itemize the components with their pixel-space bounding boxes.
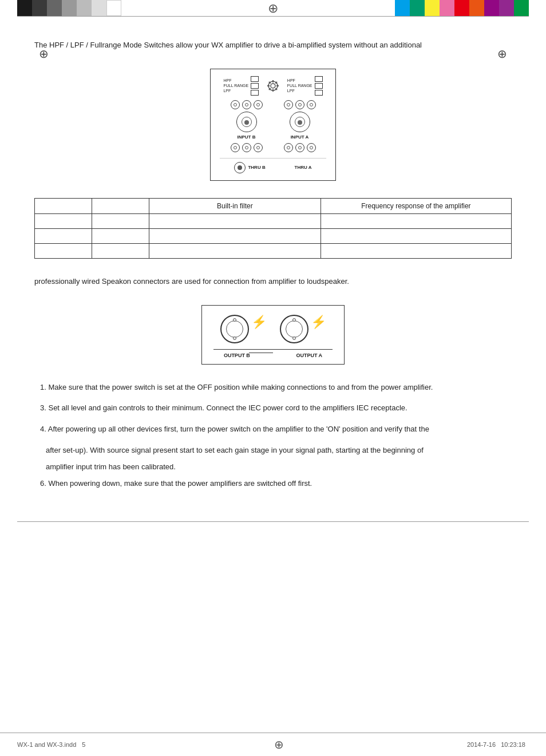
- color-bar-right: [395, 0, 529, 16]
- sub-text-1: after set-up). With source signal presen…: [46, 445, 512, 457]
- switch-and-labels-left: HPF FULL RANGE LPF: [223, 76, 259, 96]
- swatch-r3: [425, 0, 440, 16]
- switch-box-fr-left: [251, 83, 259, 89]
- footer-date: 2014-7-16: [467, 741, 496, 748]
- swatch-r1: [395, 0, 410, 16]
- table-col3-header: Built-in filter: [149, 198, 321, 213]
- swatch-6: [92, 0, 106, 16]
- connector-a1-inner: [287, 103, 290, 106]
- full-range-label-right: FULL RANGE: [287, 83, 312, 88]
- switch-box-lpf-left: [251, 90, 259, 96]
- bottom-xlr-a: [284, 143, 316, 155]
- bottom-small-a: [284, 143, 316, 152]
- bot-connector-b2: [242, 143, 251, 152]
- instruction-1-text: Make sure that the power switch is set a…: [48, 383, 433, 391]
- swatch-r5: [454, 0, 469, 16]
- switch-labels-left: HPF FULL RANGE LPF: [223, 78, 248, 93]
- intro-text: The HPF / LPF / Fullrange Mode Switches …: [34, 39, 512, 52]
- switch-group-left: HPF FULL RANGE LPF: [223, 76, 259, 96]
- thru-a-group: THRU A: [295, 162, 312, 173]
- bot-connector-b1: [231, 143, 240, 152]
- color-bar-top: ⊕: [0, 0, 546, 16]
- switch-box-hpf-left: [251, 76, 259, 82]
- speakon-group-a: ⚡: [280, 315, 326, 343]
- footer: WX-1 and WX-3.indd 5 ⊕ 2014-7-16 10:23:1…: [0, 733, 546, 756]
- instruction-3: 3. Set all level and gain controls to th…: [34, 402, 512, 414]
- footer-file: WX-1 and WX-3.indd: [17, 741, 76, 748]
- instruction-6: 6. When powering down, make sure that th…: [34, 478, 512, 490]
- swatch-r4: [440, 0, 454, 16]
- connector-b1-inner: [234, 103, 237, 106]
- input-b-label: INPUT B: [238, 134, 256, 140]
- connector-a1: [284, 100, 293, 109]
- sub-text-2: amplifier input trim has been calibrated…: [46, 461, 512, 473]
- lightning-icon-b: ⚡: [251, 315, 267, 330]
- instruction-1-number: 1.: [40, 383, 46, 391]
- speakon-a-inner: [286, 320, 303, 338]
- swatch-7: [106, 0, 121, 16]
- footer-time: 10:23:18: [501, 741, 525, 748]
- footer-left: WX-1 and WX-3.indd 5: [17, 741, 91, 748]
- bot-connector-b2-inner: [245, 146, 248, 149]
- right-reg-mark: ⊕: [497, 47, 507, 61]
- bottom-small-b: [231, 143, 263, 152]
- connector-b2-inner: [245, 103, 248, 106]
- xlr-main-a: [290, 112, 310, 132]
- table-row: [35, 213, 512, 228]
- swatch-5: [77, 0, 92, 16]
- table-cell-r1c4: [321, 213, 511, 228]
- bottom-connector-row: [220, 143, 326, 155]
- swatch-r2: [410, 0, 425, 16]
- bottom-xlr-b: [231, 143, 263, 155]
- output-diagram-container: ⚡ ⚡: [34, 305, 512, 365]
- top-center-crosshair: ⊕: [268, 1, 278, 16]
- connector-b3: [254, 100, 263, 109]
- filter-table: Built-in filter Frequency response of th…: [34, 198, 512, 259]
- bottom-border-line: [17, 521, 529, 522]
- bot-connector-b1-inner: [234, 146, 237, 149]
- xlr-main-a-inner: [295, 117, 305, 127]
- input-diagram-container: HPF FULL RANGE LPF: [34, 69, 512, 181]
- table-col2-header: [92, 198, 149, 213]
- xlr-main-b-dot: [244, 120, 249, 125]
- instruction-4-number: 4.: [40, 425, 46, 433]
- swatch-4: [62, 0, 77, 16]
- switch-and-labels-right: HPF FULL RANGE LPF: [287, 76, 323, 96]
- thru-b-group: THRU B: [234, 162, 265, 173]
- output-diagram: ⚡ ⚡: [201, 305, 345, 365]
- speakon-a-outer: [280, 315, 308, 343]
- output-labels-row: OUTPUT B — OUTPUT A: [213, 349, 333, 358]
- page-content: The HPF / LPF / Fullrange Mode Switches …: [0, 17, 546, 521]
- bot-connector-b3: [254, 143, 263, 152]
- speakon-a-top-dot: [292, 318, 296, 322]
- connector-b3-inner: [256, 103, 260, 106]
- speakon-b-with-bolt: ⚡: [220, 315, 267, 343]
- footer-page-num: 5: [82, 741, 85, 748]
- lpf-label-left: LPF: [223, 88, 231, 93]
- speakon-a-bottom-dot: [292, 337, 296, 340]
- swatch-r6: [469, 0, 484, 16]
- footer-right: 2014-7-16 10:23:18: [467, 741, 529, 748]
- instruction-6-text: When powering down, make sure that the p…: [48, 479, 312, 488]
- switch-labels-right: HPF FULL RANGE LPF: [287, 78, 312, 93]
- bot-connector-b3-inner: [256, 146, 260, 149]
- gear-and-xlr-a: [290, 112, 310, 133]
- speakon-b-top-dot: [233, 318, 236, 322]
- output-line-between: [249, 353, 273, 353]
- bot-connector-a2-inner: [298, 146, 302, 149]
- full-range-label-left: FULL RANGE: [223, 83, 248, 88]
- table-cell-r3c1: [35, 243, 92, 258]
- table-cell-r2c1: [35, 228, 92, 243]
- table-cell-r1c1: [35, 213, 92, 228]
- hpf-label-right: HPF: [287, 78, 295, 83]
- thru-b-dot: [238, 165, 242, 170]
- switch-boxes-right: [315, 76, 323, 96]
- output-b-label: OUTPUT B: [224, 353, 250, 358]
- output-connectors: ⚡ ⚡: [213, 315, 333, 343]
- instruction-3-text: Set all level and gain controls to their…: [48, 403, 407, 412]
- bot-connector-a1: [284, 143, 293, 152]
- lpf-label-right: LPF: [287, 88, 295, 93]
- bot-connector-a1-inner: [287, 146, 290, 149]
- small-connectors-b: [231, 100, 263, 109]
- xlr-row: INPUT B: [220, 100, 326, 140]
